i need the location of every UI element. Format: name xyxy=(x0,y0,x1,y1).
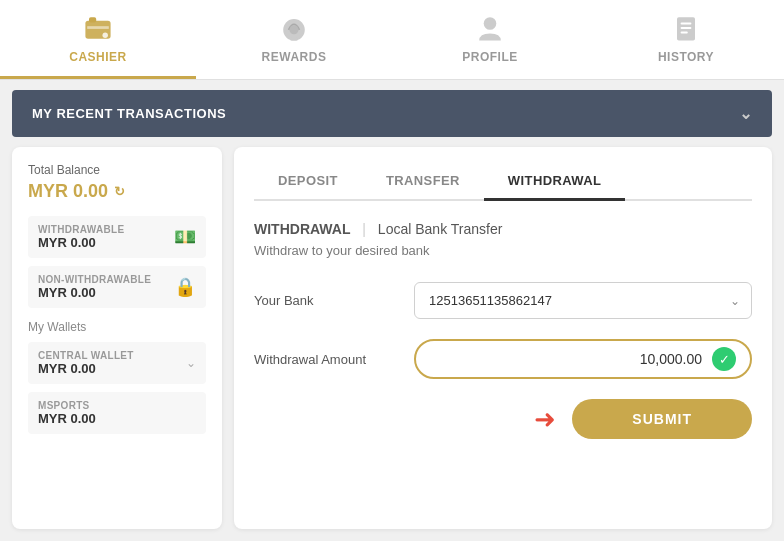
withdrawable-value: MYR 0.00 xyxy=(38,235,124,250)
non-withdrawable-label: NON-WITHDRAWABLE xyxy=(38,274,151,285)
tab-deposit[interactable]: DEPOSIT xyxy=(254,163,362,201)
bank-select-control: 12513651135862147 ⌄ xyxy=(414,282,752,319)
nav-history[interactable]: HISTORY xyxy=(588,10,784,79)
recent-transactions-label: MY RECENT TRANSACTIONS xyxy=(32,106,226,121)
arrow-right-icon: ➜ xyxy=(534,404,556,435)
withdrawable-box: WITHDRAWABLE MYR 0.00 💵 xyxy=(28,216,206,258)
recent-transactions-bar[interactable]: MY RECENT TRANSACTIONS ⌄ xyxy=(12,90,772,137)
total-balance-value: MYR 0.00 ↻ xyxy=(28,181,206,202)
svg-rect-10 xyxy=(681,27,692,29)
bank-label: Your Bank xyxy=(254,293,414,308)
main-content: Total Balance MYR 0.00 ↻ WITHDRAWABLE MY… xyxy=(12,147,772,529)
withdrawal-header: WITHDRAWAL | Local Bank Transfer xyxy=(254,221,752,237)
central-wallet-chevron-icon: ⌄ xyxy=(186,356,196,370)
central-wallet-value: MYR 0.00 xyxy=(38,361,134,376)
tab-transfer[interactable]: TRANSFER xyxy=(362,163,484,201)
non-withdrawable-box: NON-WITHDRAWABLE MYR 0.00 🔒 xyxy=(28,266,206,308)
svg-rect-1 xyxy=(89,17,96,22)
central-wallet-name: CENTRAL WALLET xyxy=(38,350,134,361)
amount-input-control: ✓ xyxy=(414,339,752,379)
tabs: DEPOSIT TRANSFER WITHDRAWAL xyxy=(254,163,752,201)
withdrawable-label: WITHDRAWABLE xyxy=(38,224,124,235)
msports-wallet-name: MSPORTS xyxy=(38,400,96,411)
svg-rect-6 xyxy=(290,37,297,41)
svg-rect-2 xyxy=(87,26,109,29)
nav-cashier-label: CASHIER xyxy=(69,50,127,64)
central-wallet-item[interactable]: CENTRAL WALLET MYR 0.00 ⌄ xyxy=(28,342,206,384)
nav-profile-label: PROFILE xyxy=(462,50,518,64)
submit-button[interactable]: SUBMIT xyxy=(572,399,752,439)
submit-row: ➜ SUBMIT xyxy=(254,399,752,439)
left-panel: Total Balance MYR 0.00 ↻ WITHDRAWABLE MY… xyxy=(12,147,222,529)
amount-label: Withdrawal Amount xyxy=(254,352,414,367)
check-icon: ✓ xyxy=(712,347,736,371)
nav-cashier[interactable]: CASHIER xyxy=(0,10,196,79)
nav-rewards[interactable]: REWARDS xyxy=(196,10,392,79)
svg-point-7 xyxy=(484,17,497,30)
svg-point-3 xyxy=(103,33,108,38)
recent-bar-chevron-icon: ⌄ xyxy=(739,104,753,123)
total-balance-label: Total Balance xyxy=(28,163,206,177)
svg-rect-11 xyxy=(681,32,688,34)
nav-profile[interactable]: PROFILE xyxy=(392,10,588,79)
amount-row: Withdrawal Amount ✓ xyxy=(254,339,752,379)
top-navigation: CASHIER REWARDS PROFILE HISTORY xyxy=(0,0,784,80)
msports-wallet-value: MYR 0.00 xyxy=(38,411,96,426)
amount-input-wrap: ✓ xyxy=(414,339,752,379)
nav-history-label: HISTORY xyxy=(658,50,714,64)
bank-row: Your Bank 12513651135862147 ⌄ xyxy=(254,282,752,319)
amount-input[interactable] xyxy=(430,351,702,367)
bank-select[interactable]: 12513651135862147 xyxy=(414,282,752,319)
refresh-icon[interactable]: ↻ xyxy=(114,184,125,199)
nav-rewards-label: REWARDS xyxy=(262,50,327,64)
non-withdrawable-icon: 🔒 xyxy=(174,276,196,298)
right-panel: DEPOSIT TRANSFER WITHDRAWAL WITHDRAWAL |… xyxy=(234,147,772,529)
withdrawable-icon: 💵 xyxy=(174,226,196,248)
withdrawal-sub: Withdraw to your desired bank xyxy=(254,243,752,258)
tab-withdrawal[interactable]: WITHDRAWAL xyxy=(484,163,626,201)
msports-wallet-item[interactable]: MSPORTS MYR 0.00 xyxy=(28,392,206,434)
non-withdrawable-value: MYR 0.00 xyxy=(38,285,151,300)
svg-rect-9 xyxy=(681,23,692,25)
wallets-label: My Wallets xyxy=(28,320,206,334)
svg-point-5 xyxy=(290,25,299,34)
